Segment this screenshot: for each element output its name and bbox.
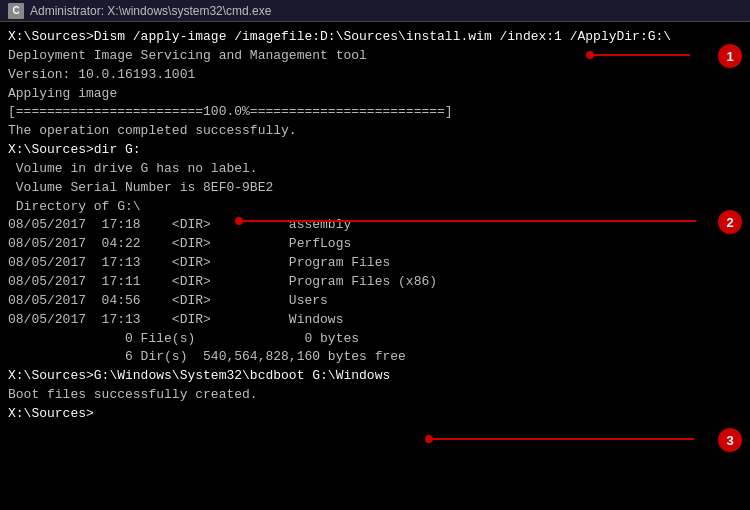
annotation-circle-3: 3 xyxy=(718,428,742,452)
terminal-line-7: The operation completed successfully. xyxy=(8,122,742,141)
terminal-line-3: Version: 10.0.16193.1001 xyxy=(8,66,742,85)
terminal-line-6: [========================100.0%=========… xyxy=(8,103,742,122)
terminal-line-13: Directory of G:\ xyxy=(8,198,742,217)
annotation-line-2 xyxy=(240,220,696,222)
terminal-line-11: Volume Serial Number is 8EF0-9BE2 xyxy=(8,179,742,198)
terminal-line-17: 08/05/2017 17:13 <DIR> Program Files xyxy=(8,254,742,273)
annotation-circle-2: 2 xyxy=(718,210,742,234)
annotation-3: 3 xyxy=(718,428,742,452)
annotation-dot-1 xyxy=(586,51,594,59)
window-title: Administrator: X:\windows\system32\cmd.e… xyxy=(30,4,271,18)
annotation-circle-1: 1 xyxy=(718,44,742,68)
cmd-icon: C xyxy=(8,3,24,19)
terminal-line-25: Boot files successfully created. xyxy=(8,386,742,405)
terminal-line-27: X:\Sources> xyxy=(8,405,742,424)
terminal-line-20: 08/05/2017 17:13 <DIR> Windows xyxy=(8,311,742,330)
annotation-1: 1 xyxy=(718,44,742,68)
terminal-line-10: Volume in drive G has no label. xyxy=(8,160,742,179)
annotation-dot-2 xyxy=(235,217,243,225)
annotation-2: 2 xyxy=(718,210,742,234)
terminal-line-24: X:\Sources>G:\Windows\System32\bcdboot G… xyxy=(8,367,742,386)
terminal-line-9: X:\Sources>dir G: xyxy=(8,141,742,160)
terminal-line-22: 6 Dir(s) 540,564,828,160 bytes free xyxy=(8,348,742,367)
terminal: X:\Sources>Dism /apply-image /imagefile:… xyxy=(0,22,750,510)
title-bar: C Administrator: X:\windows\system32\cmd… xyxy=(0,0,750,22)
terminal-line-21: 0 File(s) 0 bytes xyxy=(8,330,742,349)
terminal-line-2: Deployment Image Servicing and Managemen… xyxy=(8,47,742,66)
annotation-line-1 xyxy=(590,54,690,56)
terminal-line-18: 08/05/2017 17:11 <DIR> Program Files (x8… xyxy=(8,273,742,292)
annotation-dot-3 xyxy=(425,435,433,443)
annotation-line-3 xyxy=(430,438,694,440)
terminal-line-0: X:\Sources>Dism /apply-image /imagefile:… xyxy=(8,28,742,47)
terminal-line-5: Applying image xyxy=(8,85,742,104)
terminal-line-19: 08/05/2017 04:56 <DIR> Users xyxy=(8,292,742,311)
terminal-line-16: 08/05/2017 04:22 <DIR> PerfLogs xyxy=(8,235,742,254)
